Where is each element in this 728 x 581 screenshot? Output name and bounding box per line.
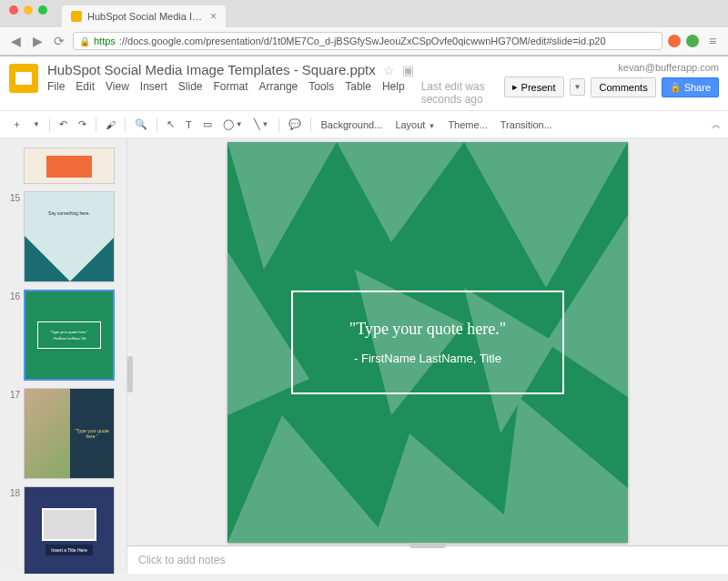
thumb-number: 18 — [7, 486, 20, 498]
last-edit-text: Last edit was seconds ago — [421, 80, 495, 106]
comment-tool[interactable]: 💬 — [284, 116, 306, 133]
menu-table[interactable]: Table — [345, 80, 371, 106]
thumb-number: 15 — [7, 191, 20, 203]
slides-app: HubSpot Social Media Image Templates - S… — [0, 56, 728, 574]
slide-thumb[interactable]: 17 "Type your quote here." — [0, 384, 126, 483]
slide-thumb[interactable]: 18 Insert a Title Here — [0, 483, 126, 574]
quote-text[interactable]: "Type your quote here." — [317, 320, 539, 339]
slide-panel[interactable]: 15 Say something here. 16 "Type your quo… — [0, 138, 127, 574]
menu-slide[interactable]: Slide — [178, 80, 203, 106]
thumb-number: 16 — [7, 290, 20, 301]
collapse-toolbar-icon[interactable]: ︽ — [712, 118, 721, 131]
menu-tools[interactable]: Tools — [308, 80, 334, 106]
canvas-area: "Type your quote here." - FirstName Last… — [127, 138, 728, 574]
line-tool[interactable]: ╲▼ — [249, 116, 274, 133]
shape-tool[interactable]: ◯▼ — [218, 116, 248, 133]
header-right-block: kevan@bufferapp.com ▸ Present ▼ Comments… — [504, 62, 719, 97]
image-tool[interactable]: ▭ — [198, 116, 217, 133]
quote-textbox[interactable]: "Type your quote here." - FirstName Last… — [291, 290, 564, 394]
paint-format-button[interactable]: 🖌 — [101, 117, 120, 133]
slides-logo-icon[interactable] — [9, 64, 38, 93]
theme-button[interactable]: Theme... — [442, 117, 492, 133]
lock-icon: 🔒 — [670, 82, 681, 92]
nav-back-icon[interactable]: ◀ — [7, 34, 24, 48]
thumb-text: Say something here. — [25, 210, 114, 216]
thumb-text: "Type your quote here." — [70, 389, 114, 478]
extension-icon[interactable] — [668, 35, 681, 47]
lock-icon: 🔒 — [79, 36, 90, 46]
thumb-number — [7, 148, 20, 149]
quote-attribution[interactable]: - FirstName LastName, Title — [317, 352, 539, 365]
menu-bar: File Edit View Insert Slide Format Arran… — [47, 80, 495, 110]
svg-marker-0 — [228, 142, 337, 270]
url-scheme: https — [94, 36, 116, 46]
user-email[interactable]: kevan@bufferapp.com — [504, 62, 719, 73]
thumb-subtext: - FirstName LastName, Title — [44, 337, 95, 341]
textbox-tool[interactable]: T — [181, 117, 197, 133]
slide-thumb[interactable] — [0, 144, 126, 188]
tab-title: HubSpot Social Media Ima… — [87, 11, 205, 22]
panel-resizer[interactable] — [127, 356, 133, 392]
menu-view[interactable]: View — [106, 80, 129, 106]
undo-button[interactable]: ↶ — [55, 116, 72, 133]
menu-icon[interactable]: ≡ — [704, 34, 721, 48]
folder-icon[interactable]: ▣ — [402, 63, 414, 77]
nav-reload-icon[interactable]: ⟳ — [51, 34, 67, 48]
present-dropdown[interactable]: ▼ — [570, 78, 586, 96]
new-slide-dropdown[interactable]: ▼ — [28, 117, 45, 131]
menu-file[interactable]: File — [47, 80, 65, 106]
slide-thumb-selected[interactable]: 16 "Type your quote here." - FirstName L… — [0, 286, 126, 384]
favicon-icon — [71, 11, 82, 22]
zoom-button[interactable]: 🔍 — [130, 116, 152, 133]
url-input[interactable]: 🔒 https://docs.google.com/presentation/d… — [73, 32, 662, 50]
canvas-scroll[interactable]: "Type your quote here." - FirstName Last… — [127, 138, 728, 545]
play-icon: ▸ — [512, 81, 518, 93]
star-icon[interactable]: ☆ — [383, 63, 395, 77]
menu-edit[interactable]: Edit — [76, 80, 95, 106]
notes-resizer[interactable] — [410, 543, 446, 548]
browser-tab[interactable]: HubSpot Social Media Ima… × — [62, 5, 226, 27]
window-maximize[interactable] — [38, 5, 47, 15]
redo-button[interactable]: ↷ — [74, 116, 91, 133]
menu-insert[interactable]: Insert — [140, 80, 167, 106]
browser-chrome: HubSpot Social Media Ima… × ◀ ▶ ⟳ 🔒 http… — [0, 0, 728, 56]
thumb-number: 17 — [7, 388, 20, 400]
url-rest: ://docs.google.com/presentation/d/1t0ME7… — [119, 36, 606, 46]
slide-canvas[interactable]: "Type your quote here." - FirstName Last… — [228, 142, 628, 543]
svg-marker-5 — [228, 415, 391, 543]
doc-title[interactable]: HubSpot Social Media Image Templates - S… — [47, 62, 376, 77]
layout-label: Layout — [395, 119, 425, 130]
svg-marker-7 — [500, 397, 628, 543]
menu-help[interactable]: Help — [382, 80, 405, 106]
new-slide-button[interactable]: ＋ — [7, 115, 26, 134]
address-bar: ◀ ▶ ⟳ 🔒 https://docs.google.com/presenta… — [0, 27, 728, 56]
thumb-text: Insert a Title Here — [46, 545, 92, 556]
main-area: 15 Say something here. 16 "Type your quo… — [0, 138, 728, 574]
toolbar: ＋ ▼ ↶ ↷ 🖌 🔍 ↖ T ▭ ◯▼ ╲▼ 💬 Background... … — [0, 111, 728, 138]
nav-forward-icon[interactable]: ▶ — [29, 34, 46, 48]
window-close[interactable] — [9, 5, 18, 15]
present-button[interactable]: ▸ Present — [504, 76, 564, 97]
share-label: Share — [684, 82, 711, 93]
tab-close-icon[interactable]: × — [210, 10, 217, 23]
select-tool[interactable]: ↖ — [162, 116, 179, 133]
speaker-notes[interactable]: Click to add notes — [127, 545, 728, 574]
share-button[interactable]: 🔒 Share — [662, 77, 719, 97]
present-label: Present — [521, 82, 556, 93]
transition-button[interactable]: Transition... — [495, 117, 558, 133]
extension-icon[interactable] — [686, 35, 699, 47]
comments-label: Comments — [599, 82, 647, 93]
notes-placeholder: Click to add notes — [138, 554, 225, 566]
tab-bar: HubSpot Social Media Ima… × — [0, 5, 728, 27]
menu-arrange[interactable]: Arrange — [259, 80, 298, 106]
thumb-text: "Type your quote here." — [44, 330, 95, 334]
slide-thumb[interactable]: 15 Say something here. — [0, 188, 126, 286]
window-minimize[interactable] — [24, 5, 33, 15]
comments-button[interactable]: Comments — [591, 77, 655, 97]
svg-marker-1 — [337, 142, 464, 242]
chevron-down-icon: ▼ — [574, 83, 581, 91]
menu-format[interactable]: Format — [214, 80, 248, 106]
layout-button[interactable]: Layout ▼ — [389, 117, 440, 133]
app-header: HubSpot Social Media Image Templates - S… — [0, 56, 728, 111]
background-button[interactable]: Background... — [316, 117, 389, 133]
